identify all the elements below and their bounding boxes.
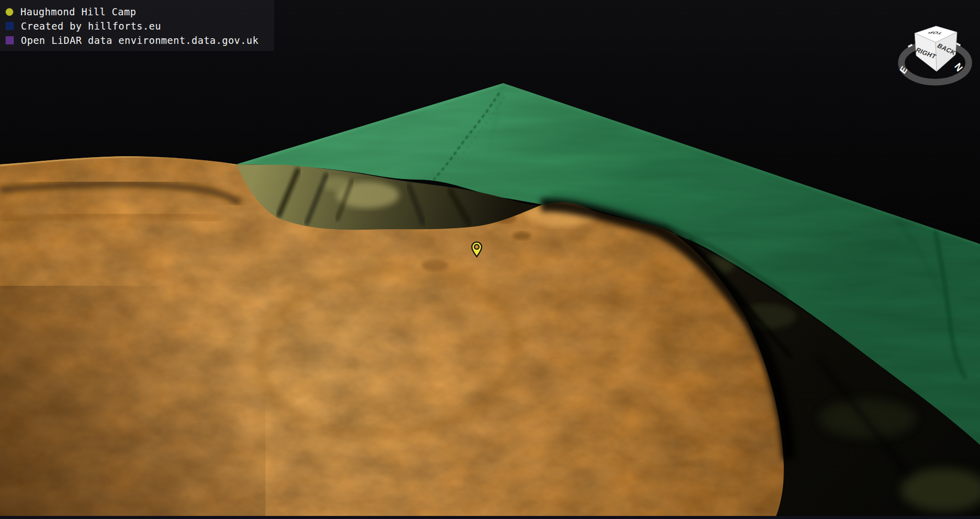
data-source-label: Open LiDAR data environment.data.gov.uk [21, 36, 259, 45]
site-dot-icon [6, 8, 13, 16]
pin-hole [474, 244, 479, 249]
legend-row-source: Open LiDAR data environment.data.gov.uk [5, 33, 274, 47]
legend-row-site: Haughmond Hill Camp [5, 5, 274, 19]
lidar-3d-viewport[interactable]: E N TOP RIGHT BACK Haughmond Hill Camp C… [0, 0, 980, 519]
tile-base-edge [0, 516, 980, 519]
legend-row-credit: Created by hillforts.eu [5, 19, 274, 33]
credit-square-icon [6, 22, 14, 30]
source-square-icon [6, 36, 14, 44]
terrain-render[interactable]: E N TOP RIGHT BACK [0, 0, 980, 519]
legend-panel: Haughmond Hill Camp Created by hillforts… [0, 0, 274, 51]
site-name-label: Haughmond Hill Camp [20, 7, 136, 17]
credit-label: Created by hillforts.eu [21, 21, 161, 31]
